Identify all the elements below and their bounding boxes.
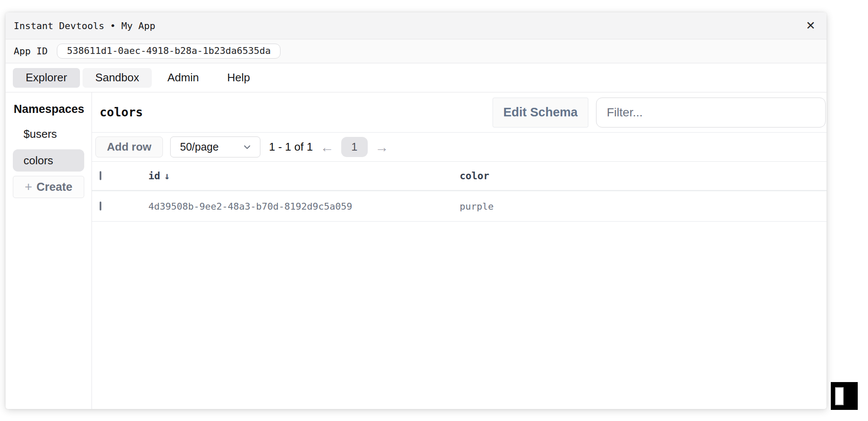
window-title: Instant Devtools • My App xyxy=(14,21,155,31)
devtools-panel: Instant Devtools • My App ✕ App ID 53861… xyxy=(6,12,827,409)
table-empty-area xyxy=(92,222,827,409)
panel-body: Namespaces $users colors + Create colors… xyxy=(6,92,827,409)
plus-icon: + xyxy=(25,181,32,193)
select-all-checkbox[interactable] xyxy=(100,171,101,180)
namespaces-sidebar: Namespaces $users colors + Create xyxy=(6,92,92,409)
app-id-value[interactable]: 538611d1-0aec-4918-b28a-1b23da6535da xyxy=(57,44,280,59)
namespace-item-users[interactable]: $users xyxy=(13,123,84,145)
close-icon[interactable]: ✕ xyxy=(805,19,816,33)
table-toolbar: Add row 50/page 1 - 1 of 1 ← 1 → xyxy=(92,133,827,162)
sort-desc-icon: ↓ xyxy=(164,170,170,181)
app-id-label: App ID xyxy=(14,46,47,56)
instant-logo-icon xyxy=(835,387,844,405)
header-actions: Edit Schema xyxy=(493,98,826,127)
next-page-icon[interactable]: → xyxy=(375,140,389,154)
table-header-row: id ↓ color xyxy=(92,162,827,191)
title-bar: Instant Devtools • My App ✕ xyxy=(6,12,827,39)
prev-page-icon[interactable]: ← xyxy=(320,140,334,154)
pagination-range: 1 - 1 of 1 xyxy=(269,140,313,154)
explorer-main: colors Edit Schema Add row 50/page 1 - xyxy=(92,92,827,409)
tab-bar: Explorer Sandbox Admin Help xyxy=(6,63,827,92)
tab-explorer[interactable]: Explorer xyxy=(13,68,80,88)
current-page-button[interactable]: 1 xyxy=(341,137,368,157)
page-background: Instant Devtools • My App ✕ App ID 53861… xyxy=(0,0,868,421)
chevron-down-icon xyxy=(242,142,252,152)
page-size-value: 50/page xyxy=(180,141,218,153)
page-size-select[interactable]: 50/page xyxy=(170,136,260,157)
tab-help[interactable]: Help xyxy=(214,68,263,88)
instant-logo-button[interactable] xyxy=(831,382,858,410)
column-header-id[interactable]: id ↓ xyxy=(148,170,460,181)
add-row-button[interactable]: Add row xyxy=(95,136,163,157)
namespaces-heading: Namespaces xyxy=(14,103,84,116)
namespace-item-colors[interactable]: colors xyxy=(13,149,84,172)
app-id-bar: App ID 538611d1-0aec-4918-b28a-1b23da653… xyxy=(6,39,827,63)
filter-input[interactable] xyxy=(596,98,826,127)
edit-schema-button[interactable]: Edit Schema xyxy=(493,98,588,127)
cell-id: 4d39508b-9ee2-48a3-b70d-8192d9c5a059 xyxy=(148,201,460,212)
row-checkbox[interactable] xyxy=(100,202,101,210)
create-label: Create xyxy=(36,181,72,194)
namespace-title: colors xyxy=(100,105,143,119)
tab-sandbox[interactable]: Sandbox xyxy=(83,68,152,88)
tab-admin[interactable]: Admin xyxy=(154,68,212,88)
cell-color: purple xyxy=(460,201,827,212)
table-row[interactable]: 4d39508b-9ee2-48a3-b70d-8192d9c5a059 pur… xyxy=(92,191,827,222)
column-header-color[interactable]: color xyxy=(460,170,827,181)
create-namespace-button[interactable]: + Create xyxy=(13,176,84,198)
namespace-header: colors Edit Schema xyxy=(92,92,827,133)
